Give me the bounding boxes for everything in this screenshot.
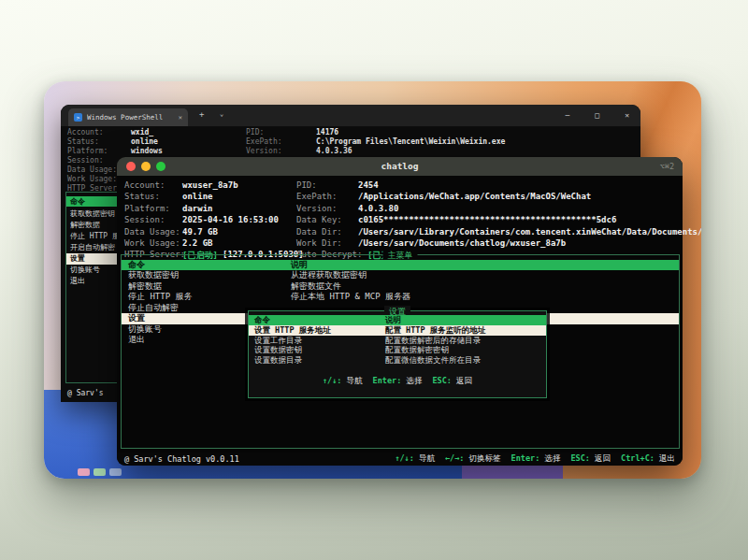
maximize-button[interactable]: □ [595, 111, 599, 120]
tab-dropdown-icon[interactable]: ⌄ [220, 110, 223, 118]
work-usage-value: 2.2 GB [182, 238, 213, 248]
statusbar-hints: ↑/↓: 导航 ←/→: 切换标签 Enter: 选择 ESC: 返回 Ctrl… [395, 453, 675, 465]
data-dir-value: /Users/sarv/Library/Containers/com.tence… [358, 227, 701, 237]
platform-value: darwin [182, 204, 213, 213]
settings-col-cmd: 命令 [254, 315, 270, 325]
close-button[interactable]: ✕ [625, 111, 629, 120]
data-usage-label: Data Usage: [124, 227, 180, 237]
status-value: online [182, 192, 213, 201]
ps-status-value: online [131, 137, 158, 147]
chatlog-statusbar: @ Sarv's Chatlog v0.0.11 ↑/↓: 导航 ←/→: 切换… [117, 452, 683, 466]
account-value: wxuser_8a7b [182, 180, 238, 190]
main-menu-row[interactable]: 解密数据 解密数据文件 [122, 281, 679, 293]
settings-row-selected[interactable]: 设置 HTTP 服务地址 配置 HTTP 服务监听的地址 [249, 325, 546, 336]
session-value: 2025-04-16 16:53:00 [182, 215, 279, 224]
chatlog-content: Account: wxuser_8a7b PID: 2454 Status: o… [117, 176, 683, 452]
version-label: Version: [296, 204, 337, 213]
main-menu-col-cmd: 命令 [128, 260, 145, 270]
new-tab-button[interactable]: + [199, 109, 204, 119]
account-label: Account: [124, 180, 165, 190]
platform-label: Platform: [124, 204, 170, 213]
settings-row[interactable]: 设置工作目录 配置数据解密后的存储目录 [249, 336, 546, 346]
ps-session-label: Session: [67, 156, 104, 165]
pid-label: PID: [296, 180, 317, 190]
wallpaper-stripe [109, 468, 122, 476]
wallpaper-stripe [78, 468, 90, 476]
chatlog-window: chatlog ⌥⌘2 Account: wxuser_8a7b PID: 24… [117, 157, 683, 466]
minimize-button[interactable]: — [566, 111, 570, 120]
ps-exepath-value: C:\Program Files\Tencent\Weixin\Weixin.e… [316, 137, 505, 147]
main-menu-col-desc: 说明 [291, 260, 308, 270]
window-shortcut-badge: ⌥⌘2 [660, 162, 674, 171]
settings-popup: 设置 命令 说明 设置 HTTP 服务地址 配置 HTTP 服务监听的地址 设置… [248, 310, 547, 398]
wallpaper-stripe [94, 468, 106, 476]
settings-popup-hints: ↑/↓: 导航 Enter: 选择 ESC: 返回 [249, 376, 546, 387]
tab-title: Windows PowerShell [87, 113, 163, 122]
ps-pid-value: 14176 [316, 128, 338, 137]
pid-value: 2454 [358, 180, 379, 190]
ps-work-usage-label: Work Usage: [67, 175, 117, 184]
window-title: chatlog [117, 161, 683, 171]
powershell-icon: > [74, 113, 82, 122]
ps-status-label: Status: [67, 137, 99, 147]
ps-account-value: wxid_ [131, 128, 153, 137]
main-menu-row[interactable]: 停止 HTTP 服务 停止本地 HTTP & MCP 服务器 [122, 292, 679, 303]
tab-close-icon[interactable]: ✕ [179, 114, 182, 122]
session-label: Session: [124, 215, 165, 224]
status-label: Status: [124, 192, 160, 201]
ps-data-usage-label: Data Usage: [67, 165, 117, 175]
work-dir-label: Work Dir: [296, 238, 342, 248]
work-usage-label: Work Usage: [124, 238, 180, 248]
data-dir-label: Data Dir: [296, 227, 342, 237]
settings-row[interactable]: 设置数据密钥 配置数据解密密钥 [249, 345, 546, 355]
exepath-value: /Applications/WeChat.app/Contents/MacOS/… [358, 192, 591, 201]
statusbar-app-version: @ Sarv's Chatlog v0.0.11 [124, 454, 239, 464]
ps-platform-label: Platform: [67, 147, 108, 156]
main-menu-header-row: 命令 说明 [122, 260, 679, 270]
ps-exepath-label: ExePath: [246, 137, 282, 147]
settings-row[interactable]: 设置数据目录 配置微信数据文件所在目录 [249, 355, 546, 366]
ps-pid-label: PID: [246, 128, 264, 137]
ps-statusbar-text: @ Sarv's [67, 389, 104, 398]
chatlog-titlebar[interactable]: chatlog ⌥⌘2 [117, 157, 683, 176]
settings-col-desc: 说明 [385, 315, 401, 325]
data-key-value: c0165***********************************… [358, 215, 616, 224]
data-key-label: Data Key: [296, 215, 342, 224]
powershell-titlebar: > Windows PowerShell ✕ + ⌄ — □ ✕ [61, 105, 640, 126]
ps-version-label: Version: [246, 147, 282, 156]
exepath-label: ExePath: [296, 192, 337, 201]
main-menu-row[interactable]: 获取数据密钥 从进程获取数据密钥 [122, 270, 679, 281]
settings-header-row: 命令 说明 [249, 315, 546, 325]
work-dir-value: /Users/sarv/Documents/chatlog/wxuser_8a7… [358, 238, 566, 248]
version-value: 4.0.3.80 [358, 204, 398, 213]
ps-account-label: Account: [67, 128, 104, 137]
tab-windows-powershell[interactable]: > Windows PowerShell ✕ [68, 108, 188, 126]
data-usage-value: 49.7 GB [182, 227, 218, 237]
desktop-screenshot-card: > Windows PowerShell ✕ + ⌄ — □ ✕ Account… [44, 81, 701, 479]
ps-version-value: 4.0.3.36 [316, 147, 352, 156]
ps-platform-value: windows [131, 147, 163, 156]
